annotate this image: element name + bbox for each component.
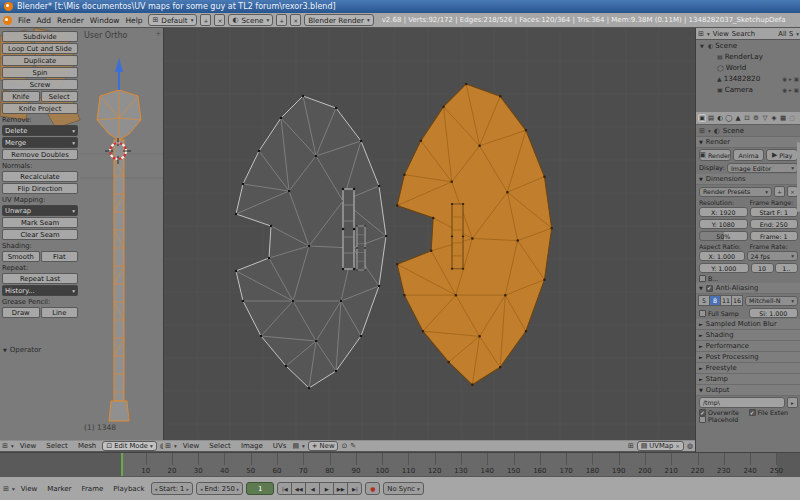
output-section-header[interactable]: ▼ Output — [696, 385, 800, 396]
uv-menu-image[interactable]: Image — [238, 442, 266, 450]
toolshelf-button-unwrap[interactable]: Unwrap▾ — [2, 205, 78, 216]
pencil-icon[interactable]: ✎ — [350, 442, 356, 450]
properties-tab-object-data[interactable]: ▽ — [761, 114, 769, 122]
delete-layout-button[interactable]: × — [214, 14, 225, 26]
current-frame-field[interactable]: 1 — [246, 482, 274, 495]
resolution-percentage-slider[interactable]: 50% — [699, 231, 748, 241]
frame-end-field[interactable]: End: 250 — [750, 219, 799, 229]
prev-keyframe-button[interactable]: ◀◀ — [291, 482, 306, 495]
viewport-menu-select[interactable]: Select — [43, 442, 71, 450]
toolshelf-button-flat[interactable]: Flat — [41, 251, 79, 262]
section-header-freestyle[interactable]: ►Freestyle — [696, 363, 800, 374]
visibility-icon[interactable]: ◉ — [782, 87, 787, 93]
viewport-menu-view[interactable]: View — [17, 442, 40, 450]
properties-tab-world[interactable]: ◯ — [725, 114, 733, 122]
toolshelf-button-mark-seam[interactable]: Mark Seam — [2, 217, 78, 228]
toolshelf-button-smooth[interactable]: Smooth — [2, 251, 40, 262]
uv-menu-view[interactable]: View — [180, 442, 203, 450]
screen-layout-selector[interactable]: ⊞ Default ▾ — [148, 14, 197, 26]
toolshelf-button-loop-cut-and-slide[interactable]: Loop Cut and Slide — [2, 43, 78, 54]
selectable-icon[interactable]: ▸ — [789, 87, 792, 93]
z-axis-manipulator-arrow[interactable] — [115, 58, 123, 90]
sync-mode-dropdown[interactable]: No Sync ▾ — [383, 482, 424, 495]
output-placehold-checkbox[interactable]: Placehold — [699, 416, 749, 423]
file-browse-button[interactable]: ▸ — [787, 397, 798, 408]
render-button[interactable]: ▣ Render — [699, 149, 731, 161]
toolshelf-button-recalculate[interactable]: Recalculate — [2, 171, 78, 182]
uv-strip-island[interactable] — [357, 226, 365, 270]
frame-step-field[interactable]: Frame: 1 — [750, 231, 799, 241]
outliner-row-13482820[interactable]: ▲13482820◉▸▣ — [696, 73, 800, 84]
add-scene-button[interactable]: + — [276, 14, 287, 26]
timeline-menu-marker[interactable]: Marker — [44, 485, 74, 493]
render-section-header[interactable]: ▼ Render — [696, 137, 800, 148]
decrement-icon[interactable]: ◂ — [200, 486, 203, 492]
uv-menu-uvs[interactable]: UVs — [270, 442, 290, 450]
toolshelf-button-clear-seam[interactable]: Clear Seam — [2, 229, 78, 240]
renderable-icon[interactable]: ▣ — [794, 76, 799, 82]
uv-image-editor[interactable]: + — [163, 28, 695, 440]
menubar-item-help[interactable]: Help — [122, 16, 145, 25]
properties-tab-texture[interactable]: ▦ — [779, 114, 787, 122]
properties-tab-physics[interactable]: ◌ — [788, 114, 796, 122]
viewport-menu-mesh[interactable]: Mesh — [75, 442, 99, 450]
timeline-menu-playback[interactable]: Playback — [110, 485, 147, 493]
uv-strip-island-selected[interactable] — [452, 204, 463, 269]
toolshelf-button-flip-direction[interactable]: Flip Direction — [2, 183, 78, 194]
toolshelf-button-duplicate[interactable]: Duplicate — [2, 55, 78, 66]
open-panel-icon[interactable]: + — [155, 30, 161, 38]
output-path-field[interactable]: /tmp\ — [699, 397, 785, 408]
toolshelf-button-screw[interactable]: Screw — [2, 79, 78, 90]
toolshelf-button-draw[interactable]: Draw — [2, 307, 40, 318]
outliner-row-renderlay[interactable]: ▤RenderLay — [696, 51, 800, 62]
properties-tab-object[interactable]: ▲ — [734, 114, 742, 122]
output-overwrite-checkbox[interactable]: ✓Overwrite — [699, 409, 749, 416]
jump-start-button[interactable]: |◀ — [277, 482, 292, 495]
jump-end-button[interactable]: ▶| — [347, 482, 362, 495]
toolshelf-button-repeat-last[interactable]: Repeat Last — [2, 273, 78, 284]
editor-type-icon[interactable]: ⊞ — [3, 485, 9, 493]
properties-editor[interactable]: ▣▤◐◯▲⊡⚙▽◈▦◌ ⊞ ▾ ◐ Scene ▼ Render ▣ Rende… — [696, 112, 800, 452]
pin-icon[interactable]: ⊙ — [341, 442, 347, 450]
anti-aliasing-section-header[interactable]: ▼ ✓ Anti-Aliasing — [696, 283, 800, 294]
add-preset-button[interactable]: + — [774, 186, 785, 197]
properties-tab-constraints[interactable]: ⊡ — [743, 114, 751, 122]
outliner-editor[interactable]: ⊞ ▾ View Search All S ▾ ▼◐Scene▤RenderLa… — [696, 28, 800, 112]
editor-type-icon[interactable]: ⊞ — [165, 442, 171, 450]
record-button[interactable]: ● — [365, 482, 380, 495]
properties-tab-modifiers[interactable]: ⚙ — [752, 114, 760, 122]
increment-icon[interactable]: ▸ — [237, 486, 240, 492]
uv-editor-canvas[interactable] — [164, 28, 695, 440]
time-remap-old-field[interactable]: 10 — [751, 263, 774, 273]
expander-icon[interactable]: ▼ — [700, 43, 706, 49]
properties-tab-material[interactable]: ◈ — [770, 114, 778, 122]
render-engine-selector[interactable]: Blender Render ▾ — [304, 14, 373, 26]
aspect-y-field[interactable]: Y: 1.000 — [699, 263, 749, 273]
section-header-sampled-motion-blur[interactable]: ►Sampled Motion Blur — [696, 319, 800, 330]
outliner-display-filter[interactable]: All S — [778, 30, 793, 38]
dimensions-section-header[interactable]: ▼ Dimensions — [696, 174, 800, 185]
aa-samples-16[interactable]: 16 — [731, 295, 743, 306]
properties-tab-render-layers[interactable]: ▤ — [707, 114, 715, 122]
editor-type-icon[interactable]: ⊞ — [698, 30, 704, 38]
output-file-exten-checkbox[interactable]: ✓File Exten — [749, 409, 799, 416]
menubar-item-file[interactable]: File — [15, 16, 34, 25]
toolshelf-button-knife[interactable]: Knife — [2, 91, 40, 102]
operator-panel-header[interactable]: ▼ Operator — [3, 346, 41, 354]
editor-type-icon[interactable]: ⊞ — [628, 442, 634, 450]
uv-menu-select[interactable]: Select — [206, 442, 234, 450]
uv-strip-island[interactable] — [343, 189, 354, 269]
selectable-icon[interactable]: ▸ — [789, 76, 792, 82]
display-mode-dropdown[interactable]: Image Editor ▾ — [727, 163, 798, 173]
toolshelf-button-select[interactable]: Select — [41, 91, 79, 102]
resolution-y-field[interactable]: Y: 1080 — [699, 219, 748, 229]
editor-type-icon[interactable]: ⊞ — [2, 442, 8, 450]
outliner-row-scene[interactable]: ▼◐Scene — [696, 40, 800, 51]
toolshelf-button-merge[interactable]: Merge▾ — [2, 137, 78, 148]
section-header-performance[interactable]: ►Performance — [696, 341, 800, 352]
increment-icon[interactable]: ▸ — [186, 486, 189, 492]
toolshelf-button-remove-doubles[interactable]: Remove Doubles — [2, 149, 78, 160]
section-header-shading[interactable]: ►Shading — [696, 330, 800, 341]
render-animation-button[interactable]: Anima — [733, 149, 765, 161]
time-remap-new-field[interactable]: 1.. — [775, 263, 798, 273]
